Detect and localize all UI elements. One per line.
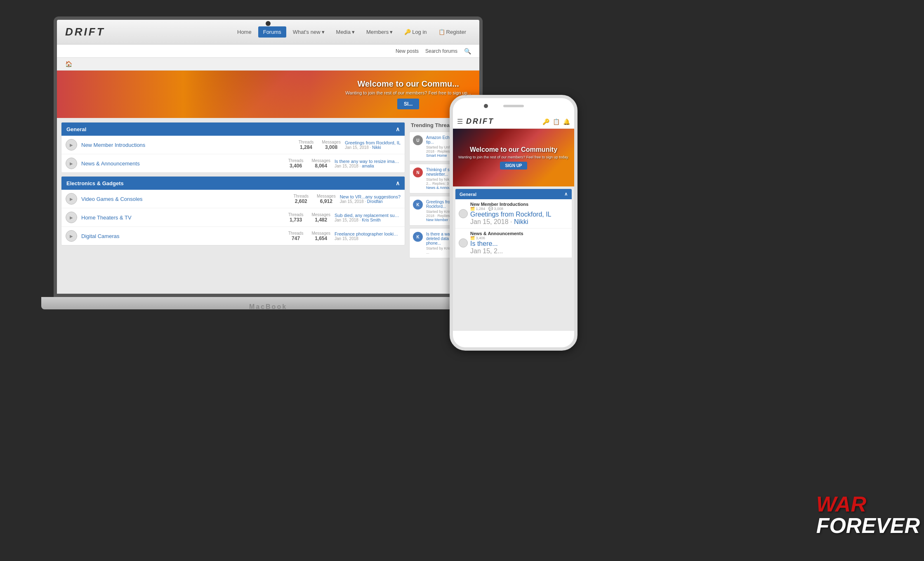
forum-info: Home Theaters & TV <box>81 214 284 221</box>
nav-register[interactable]: 📋 Register <box>434 26 471 38</box>
messages-stat: Messages 1,654 <box>311 231 330 241</box>
phone-camera <box>484 104 488 108</box>
forum-subheader: New posts Search forums 🔍 <box>57 45 479 58</box>
forum-icon: ▶ <box>66 193 77 205</box>
avatar: K <box>413 232 423 242</box>
threads-stat: Threads 1,284 <box>299 140 314 150</box>
phone-forum-row: News & Announcements 🗂️ 3,406 Is there..… <box>455 229 572 258</box>
threads-stat: Threads 1,733 <box>288 212 304 223</box>
forum-icon: ▶ <box>66 230 77 242</box>
notification-icon[interactable]: 🔔 <box>563 118 570 125</box>
forum-name[interactable]: Video Games & Consoles <box>81 196 289 202</box>
breadcrumb: 🏠 <box>57 58 479 71</box>
forum-name[interactable]: Home Theaters & TV <box>81 214 284 221</box>
phone-icons: 🔑 📋 🔔 <box>542 118 570 125</box>
forum-info: Video Games & Consoles <box>81 196 289 202</box>
forum-nav: Home Forums What's new ▾ Media ▾ Members… <box>232 26 471 38</box>
table-row: ▶ New Member Introductions Threads 1,284 <box>61 136 405 154</box>
key-icon: 🔑 <box>404 29 411 35</box>
forum-name[interactable]: New Member Introductions <box>81 142 295 148</box>
forum-icon: ▶ <box>66 139 77 151</box>
phone-forum-name[interactable]: New Member Introductions <box>470 202 568 207</box>
chevron-down-icon: ▾ <box>322 29 325 35</box>
forever-text: FOREVER <box>816 515 920 536</box>
messages-stat: Messages 3,008 <box>322 140 341 150</box>
table-row: ▶ Video Games & Consoles Threads 2,602 <box>61 190 405 208</box>
general-category-header[interactable]: General ∧ <box>61 123 405 136</box>
table-row: ▶ Digital Cameras Threads 747 Mess <box>61 227 405 245</box>
nav-media[interactable]: Media ▾ <box>331 26 360 38</box>
last-post: New to VR...any suggestions? Jan 15, 201… <box>340 194 401 204</box>
phone-forum-counts: 🗂️ 3,406 <box>470 236 568 240</box>
forum-info: Digital Cameras <box>81 233 284 239</box>
nav-login[interactable]: 🔑 Log in <box>399 26 431 38</box>
nav-home[interactable]: Home <box>232 26 257 38</box>
nav-whats-new[interactable]: What's new ▾ <box>288 26 330 38</box>
chevron-down-icon: ▾ <box>390 29 393 35</box>
search-forums-link[interactable]: Search forums <box>425 48 457 54</box>
chevron-up-icon: ∧ <box>396 180 400 186</box>
new-posts-link[interactable]: New posts <box>396 48 419 54</box>
phone-banner-text: Welcome to our Community Wanting to join… <box>454 142 573 174</box>
avatar: K <box>413 200 423 210</box>
banner-title: Welcome to our Commu... <box>345 79 471 89</box>
hamburger-icon[interactable]: ☰ <box>457 118 463 125</box>
forum-stats: Threads 1,284 Messages 3,008 <box>299 140 341 150</box>
phone-forum-row: New Member Introductions 🗂️ 1,284 💬 3,00… <box>455 199 572 229</box>
phone-screen: ☰ DRIFT 🔑 📋 🔔 Welcome to our Community W… <box>453 115 574 331</box>
forum-name[interactable]: News & Announcements <box>81 160 284 167</box>
phone-forum-info: News & Announcements 🗂️ 3,406 Is there..… <box>470 231 568 255</box>
phone-banner-subtitle: Wanting to join the rest of our members?… <box>458 155 569 159</box>
banner-car-image <box>57 71 310 118</box>
threads-stat: Threads 3,406 <box>288 158 304 169</box>
table-row: ▶ Home Theaters & TV Threads 1,733 <box>61 208 405 227</box>
messages-stat: Messages 1,482 <box>311 212 330 223</box>
forum-icon: ▶ <box>66 158 77 169</box>
nav-forums[interactable]: Forums <box>258 26 286 38</box>
avatar: N <box>413 167 423 177</box>
last-post: Sub died, any replacement sugg... Jan 15… <box>335 213 401 222</box>
forum-stats: Threads 1,733 Messages 1,482 <box>288 212 330 223</box>
signup-button[interactable]: SI... <box>397 99 419 109</box>
forum-stats: Threads 2,602 Messages 6,912 <box>293 194 335 204</box>
banner-subtitle: Wanting to join the rest of our members?… <box>345 90 471 95</box>
messages-stat: Messages 6,912 <box>317 194 336 204</box>
search-icon[interactable]: 🔍 <box>464 48 471 54</box>
forum-stats: Threads 747 Messages 1,654 <box>288 231 330 241</box>
phone-content: General ∧ New Member Introductions 🗂️ 1,… <box>453 186 574 329</box>
phone-banner-title: Welcome to our Community <box>458 146 569 153</box>
watermark: WAR FOREVER <box>816 493 920 536</box>
last-post: Freelance photographer looking ... Jan 1… <box>335 231 401 241</box>
phone-logo: DRIFT <box>466 117 539 126</box>
forum-name[interactable]: Digital Cameras <box>81 233 284 239</box>
home-icon[interactable]: 🏠 <box>65 61 72 67</box>
forum-banner: Welcome to our Commu... Wanting to join … <box>57 71 479 118</box>
phone-body: ☰ DRIFT 🔑 📋 🔔 Welcome to our Community W… <box>450 95 578 351</box>
key-icon[interactable]: 🔑 <box>542 118 549 125</box>
phone-speaker <box>503 105 524 107</box>
phone-general-header[interactable]: General ∧ <box>455 189 572 199</box>
phone-forum-icon <box>459 209 468 218</box>
forum-wrapper: DRIFT Home Forums What's new ▾ Media ▾ M… <box>57 20 479 294</box>
nav-members[interactable]: Members ▾ <box>361 26 398 38</box>
register-icon[interactable]: 📋 <box>553 118 560 125</box>
forum-info: News & Announcements <box>81 160 284 167</box>
chevron-down-icon: ▾ <box>352 29 355 35</box>
phone-signup-button[interactable]: SIGN UP <box>500 162 527 170</box>
macbook-screen: DRIFT Home Forums What's new ▾ Media ▾ M… <box>54 16 483 297</box>
messages-stat: Messages 8,064 <box>311 158 330 169</box>
phone-forum-name[interactable]: News & Announcements <box>470 231 568 236</box>
table-row: ▶ News & Announcements Threads 3,406 <box>61 154 405 172</box>
last-post: Is there any way to resize image... Jan … <box>335 159 401 168</box>
macbook-camera <box>266 21 271 26</box>
threads-stat: Threads 747 <box>288 231 304 241</box>
register-icon: 📋 <box>438 29 445 35</box>
electronics-category-header[interactable]: Electronics & Gadgets ∧ <box>61 177 405 190</box>
forum-info: New Member Introductions <box>81 142 295 148</box>
last-post: Greetings from Rockford, IL Jan 15, 2018… <box>345 140 401 150</box>
general-category-block: General ∧ ▶ New Member Introductions Thr… <box>61 122 405 173</box>
chevron-up-icon: ∧ <box>396 126 400 132</box>
banner-text: Welcome to our Commu... Wanting to join … <box>337 71 479 118</box>
phone-forum-counts: 🗂️ 1,284 💬 3,008 <box>470 207 568 211</box>
phone-device: ☰ DRIFT 🔑 📋 🔔 Welcome to our Community W… <box>450 95 578 351</box>
